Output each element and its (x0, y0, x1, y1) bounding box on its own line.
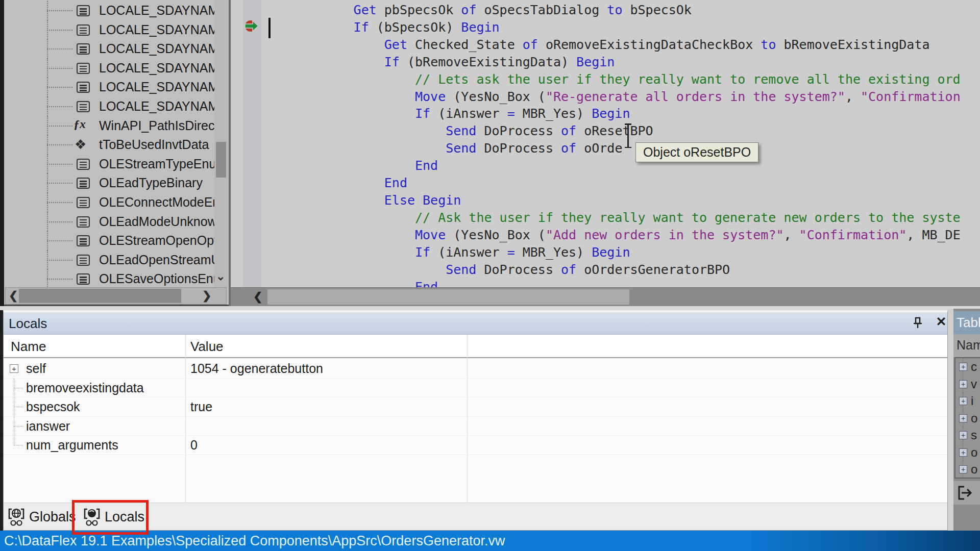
expand-icon[interactable]: + (959, 448, 967, 457)
column-header-value[interactable]: Value (190, 339, 224, 355)
locals-window-titlebar[interactable]: Locals ✕ (4, 312, 947, 335)
breakpoint-current-line-icon[interactable] (244, 18, 259, 34)
code-line[interactable]: If (bSpecsOk) Begin (261, 19, 980, 36)
tree-item[interactable]: LOCALE_SDAYNAME3 (4, 20, 214, 40)
tree-connector (47, 240, 72, 241)
editor-gutter[interactable] (243, 0, 261, 287)
tree-item[interactable]: OLEadModeUnknown (4, 212, 214, 232)
code-line[interactable]: // Ask the user if they really want to g… (261, 209, 980, 227)
tree-horizontal-scrollbar[interactable]: ❮ ❯ (5, 287, 227, 305)
variable-name: num_arguments (26, 438, 118, 453)
code-line[interactable]: End (261, 279, 980, 288)
code-token: Send (446, 141, 476, 156)
scroll-left-icon[interactable]: ❮ (253, 290, 262, 304)
scroll-down-icon[interactable]: ⌄ (216, 269, 225, 284)
tree-item[interactable]: OLEadTypeBinary (4, 173, 214, 193)
code-token: oOrdersGeneratorBPO (576, 262, 730, 277)
editor-horizontal-scrollbar[interactable]: ❮ (231, 287, 980, 306)
table-row[interactable]: num_arguments0 (4, 436, 947, 455)
code-line[interactable]: End (261, 157, 980, 174)
code-token: Begin (592, 245, 630, 260)
tree-item[interactable]: OLESaveOptionsEnum (4, 269, 214, 289)
tree-item[interactable]: OLEConnectModeEnum (4, 193, 214, 212)
tree-vertical-scrollbar-thumb[interactable] (216, 142, 226, 178)
tree-item-label: tToBeUsedInvtData (99, 137, 209, 152)
tree-item[interactable]: LOCALE_SDAYNAME2 (4, 1, 214, 20)
symbol-tree-panel: LOCALE_SDAYNAME2LOCALE_SDAYNAME3LOCALE_S… (4, 0, 229, 306)
locals-window: Locals ✕ Name Value +self1054 - ogenerat… (3, 310, 948, 531)
code-line[interactable]: Send DoProcess of oOrde (261, 140, 980, 157)
tables-column-header[interactable]: Nam (953, 334, 980, 357)
close-icon[interactable]: ✕ (934, 314, 949, 330)
scroll-left-icon[interactable]: ❮ (9, 289, 18, 303)
code-line[interactable]: Move (YesNo_Box ("Add new orders in the … (261, 227, 980, 244)
expand-icon[interactable]: + (959, 431, 967, 439)
table-row[interactable]: +o (955, 410, 980, 427)
panel-gap (0, 306, 980, 310)
tree-item[interactable]: ❖tToBeUsedInvtData (4, 135, 214, 155)
tree-item[interactable]: LOCALE_SDAYNAME6 (4, 78, 214, 97)
code-token: End (415, 280, 438, 288)
tree-item[interactable]: LOCALE_SDAYNAME7 (4, 97, 214, 116)
table-row[interactable]: +self1054 - ogeneratebutton (4, 359, 947, 379)
code-line[interactable]: Send DoProcess of oOrdersGeneratorBPO (261, 261, 980, 279)
code-line[interactable]: Get pbSpecsOk of oSpecsTabDialog to bSpe… (261, 2, 980, 19)
table-row[interactable]: +s (955, 427, 980, 444)
scroll-right-icon[interactable]: ❯ (202, 289, 211, 303)
code-line[interactable]: Send DoProcess of oResetBPO (261, 122, 980, 140)
expand-icon[interactable]: + (959, 397, 967, 405)
code-line[interactable]: If (iAnswer = MBR_Yes) Begin (261, 244, 980, 261)
code-line[interactable]: Get Checked_State of oRemoveExistingData… (261, 36, 980, 54)
pin-icon[interactable] (911, 316, 926, 332)
code-token: oRemoveExistingDataCheckBox (538, 37, 761, 52)
code-line[interactable]: Move (YesNo_Box ("Re-generate all orders… (261, 88, 980, 106)
code-line[interactable]: If (bRemoveExistingData) Begin (261, 54, 980, 71)
expand-icon[interactable]: + (959, 363, 967, 371)
table-row[interactable]: bremoveexistingdata (4, 379, 947, 398)
locals-column-header[interactable]: Name Value (4, 335, 947, 358)
table-row[interactable]: ianswer (4, 417, 947, 436)
enum-icon (77, 24, 90, 36)
code-token: If (384, 55, 400, 69)
tree-item[interactable]: ƒxWinAPI_PathIsDirectory (4, 116, 214, 136)
exit-arrow-icon[interactable] (956, 484, 973, 502)
table-row[interactable]: +v (955, 375, 980, 393)
table-row[interactable]: +i (955, 392, 980, 410)
expand-icon[interactable]: + (10, 364, 18, 373)
tree-item[interactable]: OLEadOpenStreamUnspecifie (4, 251, 214, 270)
code-token: (iAnswer (430, 245, 507, 260)
code-token: Begin (592, 106, 630, 121)
tree-horizontal-scrollbar-thumb[interactable] (19, 289, 181, 303)
function-icon: ƒx (74, 117, 86, 131)
code-token: Send (446, 262, 476, 277)
code-line[interactable]: // Lets ask the user if they really want… (261, 71, 980, 88)
tree-item[interactable]: LOCALE_SDAYNAME4 (4, 39, 214, 59)
code-token: to (761, 37, 776, 52)
tree-connector (47, 202, 72, 203)
editor-horizontal-scrollbar-thumb[interactable] (267, 289, 629, 305)
column-header-name[interactable]: Name (11, 339, 46, 355)
code-line[interactable]: End (261, 174, 980, 192)
expand-icon[interactable]: + (959, 380, 967, 388)
table-row[interactable]: +o (955, 461, 980, 478)
tab-globals[interactable]: Globals (8, 505, 80, 530)
table-name: v (971, 377, 977, 391)
variable-name: self (26, 361, 46, 376)
expand-icon[interactable]: + (959, 465, 967, 473)
code-token: = (507, 245, 515, 260)
code-line[interactable]: Else Begin (261, 192, 980, 209)
code-line[interactable]: If (iAnswer = MBR_Yes) Begin (261, 105, 980, 122)
tables-window-titlebar[interactable]: Tabl (953, 311, 980, 334)
tree-item[interactable]: LOCALE_SDAYNAME5 (4, 59, 214, 78)
table-row[interactable]: bspecsoktrue (4, 397, 947, 417)
code-lines[interactable]: Get pbSpecsOk of oSpecsTabDialog to bSpe… (261, 2, 980, 287)
code-editor[interactable]: Get pbSpecsOk of oSpecsTabDialog to bSpe… (231, 0, 980, 306)
code-token: of (561, 123, 576, 138)
table-row[interactable]: +o (955, 478, 980, 479)
tree-item[interactable]: OLEStreamTypeEnum (4, 155, 214, 174)
tree-item[interactable]: OLEStreamOpenOptionsEnum (4, 231, 214, 251)
table-row[interactable]: +o (955, 444, 980, 461)
table-row[interactable]: +c (955, 358, 980, 375)
expand-icon[interactable]: + (959, 414, 967, 422)
tree-vertical-scrollbar[interactable]: ⌄ (214, 0, 228, 287)
